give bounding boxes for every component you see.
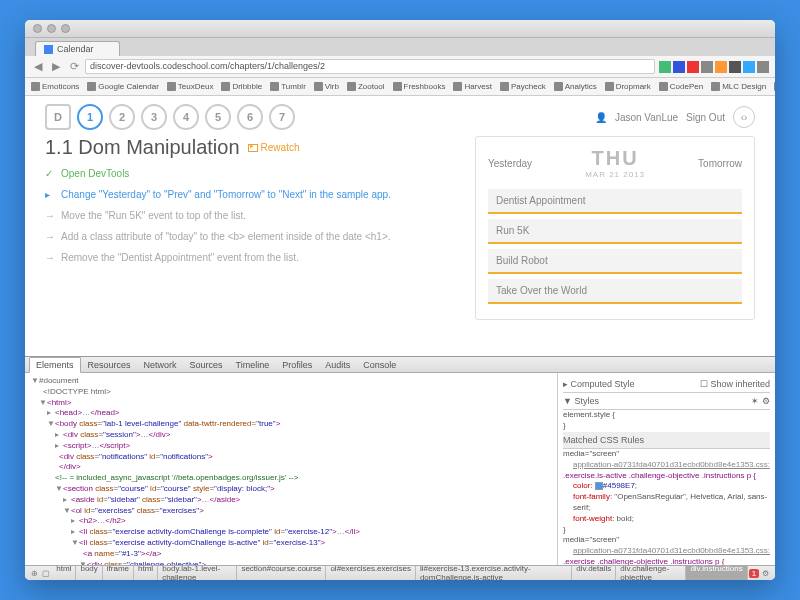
devtools-tab[interactable]: Network [138, 358, 183, 372]
titlebar [25, 20, 775, 38]
lesson-step: →Move the "Run 5K" event to top of the l… [45, 209, 455, 222]
address-bar: ◀ ▶ ⟳ discover-devtools.codeschool.com/c… [25, 56, 775, 78]
play-icon [248, 144, 258, 152]
bookmark-item[interactable]: Analytics [554, 82, 597, 91]
lesson-step: ✓Open DevTools [45, 167, 455, 180]
bookmark-item[interactable]: MLC Design [711, 82, 766, 91]
bookmark-item[interactable]: Other Bookmarks [774, 82, 775, 91]
breadcrumb-item[interactable]: ol#exercises.exercises [326, 565, 415, 580]
step-icon: → [45, 230, 55, 243]
lesson-pill[interactable]: D [45, 104, 71, 130]
breadcrumb-bar: ⊕ ▢ htmlbodyiframehtmlbody.lab-1.level-c… [25, 565, 775, 580]
sample-app: Yesterday THU MAR 21 2013 Tomorrow Denti… [475, 136, 755, 320]
reload-icon[interactable]: ⟳ [67, 60, 81, 74]
user-icon: 👤 [595, 112, 607, 123]
styles-pane[interactable]: ▸ Computed Style☐ Show inherited ▼ Style… [557, 373, 775, 565]
close-icon[interactable] [33, 24, 42, 33]
forward-icon[interactable]: ▶ [49, 60, 63, 74]
calendar-event[interactable]: Dentist Appointment [488, 189, 742, 214]
ext-icon[interactable] [659, 61, 671, 73]
browser-window: Calendar ◀ ▶ ⟳ discover-devtools.codesch… [25, 20, 775, 580]
bookmark-item[interactable]: Virb [314, 82, 339, 91]
browser-tab[interactable]: Calendar [35, 41, 120, 56]
lesson-pill[interactable]: 3 [141, 104, 167, 130]
calendar-event[interactable]: Run 5K [488, 219, 742, 244]
inspect-icon[interactable]: ⊕ [29, 569, 40, 578]
ext-icon[interactable] [701, 61, 713, 73]
devtools-tab[interactable]: Audits [319, 358, 356, 372]
step-icon: → [45, 209, 55, 222]
bookmark-item[interactable]: Paycheck [500, 82, 546, 91]
lesson-step: ▸Change "Yesterday" to "Prev" and "Tomor… [45, 188, 455, 201]
menu-icon[interactable] [757, 61, 769, 73]
lesson-pill[interactable]: 2 [109, 104, 135, 130]
bookmark-item[interactable]: Freshbooks [393, 82, 446, 91]
elements-tree[interactable]: ▼#document <!DOCTYPE html> ▼<html> ▸<hea… [25, 373, 557, 565]
breadcrumb-item[interactable]: div.challenge-objective [616, 565, 686, 580]
lesson-step: →Remove the "Dentist Appointment" event … [45, 251, 455, 264]
error-badge[interactable]: 1 [749, 569, 760, 578]
ext-icon[interactable] [715, 61, 727, 73]
step-icon: → [45, 251, 55, 264]
breadcrumb-item[interactable]: body [76, 565, 102, 580]
devtools-tab[interactable]: Console [357, 358, 402, 372]
tab-strip: Calendar [25, 38, 775, 56]
bookmark-item[interactable]: Google Calendar [87, 82, 158, 91]
devtools-tabs: ElementsResourcesNetworkSourcesTimelineP… [25, 357, 775, 373]
back-icon[interactable]: ◀ [31, 60, 45, 74]
breadcrumb-item[interactable]: li#exercise-13.exercise.activity-domChal… [416, 565, 572, 580]
lesson-pill[interactable]: 5 [205, 104, 231, 130]
bookmark-item[interactable]: Zootool [347, 82, 385, 91]
ext-icon[interactable] [687, 61, 699, 73]
devtools-tab[interactable]: Resources [82, 358, 137, 372]
devtools-panel: ElementsResourcesNetworkSourcesTimelineP… [25, 356, 775, 580]
ext-icon[interactable] [673, 61, 685, 73]
sign-out-link[interactable]: Sign Out [686, 112, 725, 123]
breadcrumb-item[interactable]: html [134, 565, 158, 580]
ext-icon[interactable] [743, 61, 755, 73]
user-name[interactable]: Jason VanLue [615, 112, 678, 123]
bookmark-item[interactable]: Tumblr [270, 82, 306, 91]
lesson-pill[interactable]: 4 [173, 104, 199, 130]
calendar-event[interactable]: Take Over the World [488, 279, 742, 304]
devtools-tab[interactable]: Timeline [230, 358, 276, 372]
console-icon[interactable]: ▢ [41, 569, 52, 578]
devtools-tab[interactable]: Sources [184, 358, 229, 372]
bookmark-item[interactable]: Dropmark [605, 82, 651, 91]
bookmark-item[interactable]: Dribbble [221, 82, 262, 91]
bookmark-item[interactable]: CodePen [659, 82, 703, 91]
breadcrumb-item[interactable]: div.instructions [686, 565, 747, 580]
lesson-nav: D1234567 👤 Jason VanLue Sign Out ‹› [45, 104, 755, 130]
day-abbrev: THU [585, 147, 645, 170]
bookmark-item[interactable]: TeuxDeux [167, 82, 214, 91]
day-date: MAR 21 2013 [585, 170, 645, 179]
minimize-icon[interactable] [47, 24, 56, 33]
bookmarks-bar: EmoticonsGoogle CalendarTeuxDeuxDribbble… [25, 78, 775, 96]
bookmark-item[interactable]: Harvest [453, 82, 492, 91]
lesson-step: →Add a class attribute of "today" to the… [45, 230, 455, 243]
lesson-pill[interactable]: 6 [237, 104, 263, 130]
bookmark-item[interactable]: Emoticons [31, 82, 79, 91]
breadcrumb-item[interactable]: html [52, 565, 76, 580]
breadcrumb-item[interactable]: div.details [572, 565, 616, 580]
calendar-event[interactable]: Build Robot [488, 249, 742, 274]
ext-icon[interactable] [729, 61, 741, 73]
step-icon: ▸ [45, 188, 55, 201]
lesson-pill[interactable]: 1 [77, 104, 103, 130]
breadcrumb-item[interactable]: section#course.course [237, 565, 326, 580]
lesson-pill[interactable]: 7 [269, 104, 295, 130]
instructions-panel: 1.1 Dom Manipulation Rewatch ✓Open DevTo… [45, 136, 455, 320]
zoom-icon[interactable] [61, 24, 70, 33]
settings-icon[interactable]: ⚙ [760, 569, 771, 578]
nav-arrows-icon[interactable]: ‹› [733, 106, 755, 128]
breadcrumb-item[interactable]: body.lab-1.level-challenge [158, 565, 237, 580]
traffic-lights [33, 24, 70, 33]
breadcrumb-item[interactable]: iframe [103, 565, 134, 580]
step-icon: ✓ [45, 167, 55, 180]
devtools-tab[interactable]: Elements [29, 357, 81, 373]
cal-prev[interactable]: Yesterday [488, 158, 532, 169]
url-input[interactable]: discover-devtools.codeschool.com/chapter… [85, 59, 655, 74]
devtools-tab[interactable]: Profiles [276, 358, 318, 372]
rewatch-link[interactable]: Rewatch [248, 142, 300, 153]
cal-next[interactable]: Tomorrow [698, 158, 742, 169]
